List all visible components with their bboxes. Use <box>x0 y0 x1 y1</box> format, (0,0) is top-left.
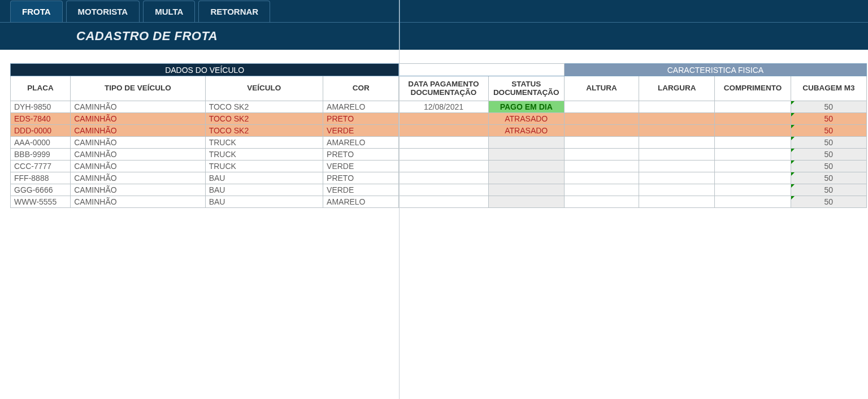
col-data[interactable]: DATA PAGAMENTO DOCUMENTAÇÃO <box>399 76 488 101</box>
col-placa[interactable]: PLACA <box>11 76 71 101</box>
cell-veiculo[interactable]: TRUCK <box>205 149 323 161</box>
col-status[interactable]: STATUS DOCUMENTAÇÃO <box>488 76 564 101</box>
tab-frota[interactable]: FROTA <box>10 1 63 22</box>
table-row[interactable]: AAA-0000CAMINHÃOTRUCKAMARELO50 <box>11 137 867 149</box>
tab-motorista[interactable]: MOTORISTA <box>66 1 140 22</box>
table-row[interactable]: EDS-7840CAMINHÃOTOCO SK2PRETOATRASADO50 <box>11 113 867 125</box>
cell-veiculo[interactable]: TOCO SK2 <box>205 113 323 125</box>
cell-cubagem[interactable]: 50 <box>791 137 866 149</box>
cell-status[interactable]: ATRASADO <box>488 113 564 125</box>
cell-data-pagamento[interactable] <box>399 172 488 184</box>
cell-largura[interactable] <box>639 184 715 196</box>
cell-tipo[interactable]: CAMINHÃO <box>71 196 205 208</box>
cell-data-pagamento[interactable]: 12/08/2021 <box>399 101 488 113</box>
cell-data-pagamento[interactable] <box>399 137 488 149</box>
cell-cor[interactable]: AMARELO <box>323 101 399 113</box>
cell-tipo[interactable]: CAMINHÃO <box>71 184 205 196</box>
col-tipo[interactable]: TIPO DE VEÍCULO <box>71 76 205 101</box>
cell-placa[interactable]: WWW-5555 <box>11 196 71 208</box>
cell-veiculo[interactable]: TOCO SK2 <box>205 125 323 137</box>
cell-largura[interactable] <box>639 161 715 172</box>
cell-cor[interactable]: AMARELO <box>323 196 399 208</box>
col-cubag[interactable]: CUBAGEM M3 <box>791 76 866 101</box>
cell-altura[interactable] <box>564 196 639 208</box>
cell-comprimento[interactable] <box>715 149 791 161</box>
cell-cubagem[interactable]: 50 <box>791 172 866 184</box>
cell-largura[interactable] <box>639 196 715 208</box>
table-row[interactable]: GGG-6666CAMINHÃOBAUVERDE50 <box>11 184 867 196</box>
cell-tipo[interactable]: CAMINHÃO <box>71 125 205 137</box>
cell-placa[interactable]: EDS-7840 <box>11 113 71 125</box>
cell-cubagem[interactable]: 50 <box>791 149 866 161</box>
cell-comprimento[interactable] <box>715 101 791 113</box>
cell-comprimento[interactable] <box>715 161 791 172</box>
cell-altura[interactable] <box>564 172 639 184</box>
cell-placa[interactable]: GGG-6666 <box>11 184 71 196</box>
cell-comprimento[interactable] <box>715 184 791 196</box>
cell-data-pagamento[interactable] <box>399 149 488 161</box>
cell-status[interactable] <box>488 149 564 161</box>
cell-cubagem[interactable]: 50 <box>791 113 866 125</box>
col-compr[interactable]: COMPRIMENTO <box>715 76 791 101</box>
cell-placa[interactable]: CCC-7777 <box>11 161 71 172</box>
cell-status[interactable] <box>488 137 564 149</box>
cell-tipo[interactable]: CAMINHÃO <box>71 101 205 113</box>
cell-altura[interactable] <box>564 137 639 149</box>
cell-cor[interactable]: VERDE <box>323 184 399 196</box>
cell-tipo[interactable]: CAMINHÃO <box>71 137 205 149</box>
cell-status[interactable]: PAGO EM DIA <box>488 101 564 113</box>
cell-cor[interactable]: PRETO <box>323 113 399 125</box>
cell-veiculo[interactable]: TOCO SK2 <box>205 101 323 113</box>
table-row[interactable]: DYH-9850CAMINHÃOTOCO SK2AMARELO12/08/202… <box>11 101 867 113</box>
cell-placa[interactable]: DYH-9850 <box>11 101 71 113</box>
cell-status[interactable] <box>488 196 564 208</box>
cell-cor[interactable]: VERDE <box>323 161 399 172</box>
col-altura[interactable]: ALTURA <box>564 76 639 101</box>
cell-tipo[interactable]: CAMINHÃO <box>71 161 205 172</box>
cell-largura[interactable] <box>639 125 715 137</box>
cell-status[interactable]: ATRASADO <box>488 125 564 137</box>
cell-cor[interactable]: PRETO <box>323 149 399 161</box>
table-row[interactable]: FFF-8888CAMINHÃOBAUPRETO50 <box>11 172 867 184</box>
cell-comprimento[interactable] <box>715 125 791 137</box>
cell-data-pagamento[interactable] <box>399 113 488 125</box>
cell-largura[interactable] <box>639 101 715 113</box>
cell-data-pagamento[interactable] <box>399 125 488 137</box>
cell-placa[interactable]: FFF-8888 <box>11 172 71 184</box>
cell-veiculo[interactable]: TRUCK <box>205 137 323 149</box>
col-cor[interactable]: COR <box>323 76 399 101</box>
cell-status[interactable] <box>488 172 564 184</box>
table-row[interactable]: WWW-5555CAMINHÃOBAUAMARELO50 <box>11 196 867 208</box>
cell-altura[interactable] <box>564 161 639 172</box>
cell-status[interactable] <box>488 161 564 172</box>
cell-placa[interactable]: AAA-0000 <box>11 137 71 149</box>
cell-altura[interactable] <box>564 184 639 196</box>
cell-cor[interactable]: VERDE <box>323 125 399 137</box>
cell-cor[interactable]: PRETO <box>323 172 399 184</box>
tab-retornar[interactable]: RETORNAR <box>198 1 270 22</box>
cell-cor[interactable]: AMARELO <box>323 137 399 149</box>
cell-largura[interactable] <box>639 137 715 149</box>
cell-comprimento[interactable] <box>715 172 791 184</box>
cell-altura[interactable] <box>564 101 639 113</box>
cell-placa[interactable]: DDD-0000 <box>11 125 71 137</box>
cell-largura[interactable] <box>639 149 715 161</box>
cell-data-pagamento[interactable] <box>399 184 488 196</box>
col-veic[interactable]: VEÍCULO <box>205 76 323 101</box>
cell-cubagem[interactable]: 50 <box>791 196 866 208</box>
cell-tipo[interactable]: CAMINHÃO <box>71 113 205 125</box>
table-row[interactable]: CCC-7777CAMINHÃOTRUCKVERDE50 <box>11 161 867 172</box>
cell-tipo[interactable]: CAMINHÃO <box>71 149 205 161</box>
cell-data-pagamento[interactable] <box>399 161 488 172</box>
cell-largura[interactable] <box>639 113 715 125</box>
table-row[interactable]: DDD-0000CAMINHÃOTOCO SK2VERDEATRASADO50 <box>11 125 867 137</box>
cell-altura[interactable] <box>564 149 639 161</box>
cell-comprimento[interactable] <box>715 137 791 149</box>
cell-placa[interactable]: BBB-9999 <box>11 149 71 161</box>
cell-altura[interactable] <box>564 113 639 125</box>
table-row[interactable]: BBB-9999CAMINHÃOTRUCKPRETO50 <box>11 149 867 161</box>
cell-veiculo[interactable]: BAU <box>205 196 323 208</box>
cell-altura[interactable] <box>564 125 639 137</box>
cell-veiculo[interactable]: TRUCK <box>205 161 323 172</box>
tab-multa[interactable]: MULTA <box>143 1 195 22</box>
